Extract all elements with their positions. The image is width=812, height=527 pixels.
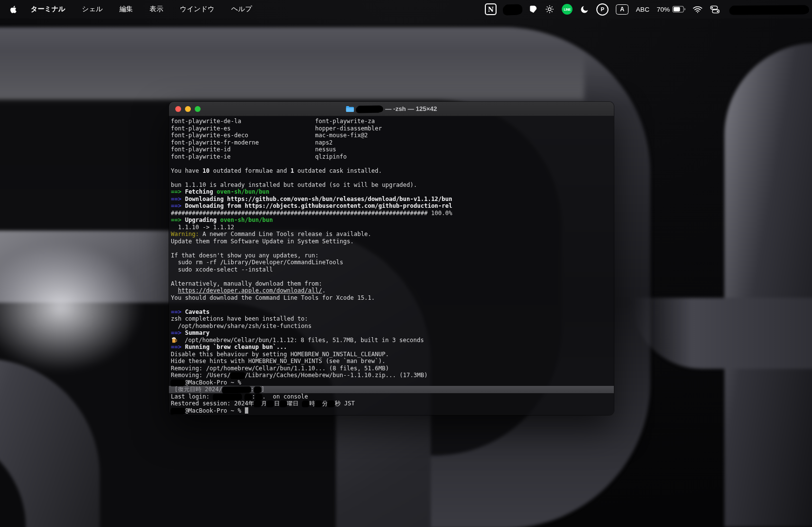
terminal-line: ==> Fetching oven-sh/bun/bun [171, 188, 612, 196]
menu-item[interactable]: 編集 [111, 5, 141, 14]
menu-item[interactable]: シェル [74, 5, 111, 14]
redacted-text [280, 400, 287, 406]
redacted-text [254, 400, 261, 406]
terminal-line: sudo rm -rf /Library/Developer/CommandLi… [171, 259, 612, 266]
terminal-line: /opt/homebrew/Cellar/bun/1.1.12: 8 files… [171, 337, 612, 344]
ime-abc-label[interactable]: ABC [636, 6, 649, 13]
redacted-text [171, 379, 185, 385]
username-redacted [357, 106, 382, 112]
datetime-redacted[interactable] [730, 5, 808, 14]
menu-bar: ターミナルシェル編集表示ウインドウヘルプ N LINE P A ABC 70% [0, 0, 812, 18]
window-title: — -zsh — 125×42 [169, 105, 614, 112]
terminal-line: zsh completions have been installed to: [171, 315, 612, 323]
terminal-line: ==> Downloading https://github.com/oven-… [171, 196, 612, 203]
terminal-line: ==> Running `brew cleanup bun`... [171, 344, 612, 351]
terminal-line: bun 1.1.10 is already installed but outd… [171, 182, 612, 189]
ime-input-icon[interactable]: A [616, 4, 628, 15]
terminal-line: Removing: /opt/homebrew/Cellar/bun/1.1.1… [171, 365, 612, 372]
terminal-line: 1.1.10 -> 1.1.12 [171, 224, 612, 231]
terminal-line: If that doesn't show you any updates, ru… [171, 252, 612, 259]
beer-mug-icon [171, 337, 178, 343]
terminal-line [171, 245, 612, 252]
p-letter: P [601, 6, 604, 12]
redacted-text [255, 393, 262, 399]
battery-icon [672, 6, 685, 13]
notion-icon[interactable]: N [485, 3, 497, 15]
terminal-line: Removing: /Users//Library/Caches/Homebre… [171, 372, 612, 379]
app-p-icon[interactable]: P [596, 3, 609, 16]
terminal-line: font-playwrite-es-deco mac-mouse-fix@2 [171, 132, 612, 139]
terminal-line: font-playwrite-fr-moderne naps2 [171, 139, 612, 146]
terminal-line: Hide these hints with HOMEBREW_NO_ENV_HI… [171, 358, 612, 365]
terminal-line: @MacBook-Pro ~ % [171, 379, 612, 386]
terminal-line: font-playwrite-es hopper-disassembler [171, 125, 612, 132]
terminal-line: @MacBook-Pro ~ % [171, 407, 612, 415]
terminal-line: https://developer.apple.com/download/all… [171, 287, 612, 294]
terminal-line: You have 10 outdated formulae and 1 outd… [171, 167, 612, 175]
redacted-text [302, 400, 309, 406]
menu-item[interactable]: ターミナル [22, 5, 74, 14]
terminal-line: Restored session: 2024年月日曜日 時分秒 JST [171, 400, 612, 407]
terminal-window[interactable]: — -zsh — 125×42 font-playwrite-de-la fon… [169, 102, 614, 415]
terminal-line: ==> Downloading from https://objects.git… [171, 202, 612, 210]
terminal-line [171, 160, 612, 167]
menu-items: ターミナルシェル編集表示ウインドウヘルプ [22, 5, 260, 14]
redacted-text [171, 407, 185, 413]
terminal-line: [復元日時 2024/:] [169, 386, 614, 393]
redacted-text [245, 393, 252, 399]
redacted-text [231, 372, 245, 378]
folder-icon [346, 106, 354, 112]
notion-letter: N [488, 6, 494, 13]
line-label: LINE [564, 8, 571, 11]
redacted-text [267, 400, 274, 406]
terminal-line: ==> Caveats [171, 309, 612, 316]
terminal-titlebar[interactable]: — -zsh — 125×42 [169, 102, 614, 116]
control-center-icon[interactable] [710, 5, 720, 14]
terminal-line: ==> Upgrading oven-sh/bun/bun [171, 217, 612, 224]
terminal-line: Disable this behaviour by setting HOMEBR… [171, 351, 612, 358]
redacted-text [328, 400, 335, 406]
terminal-line: font-playwrite-de-la font-playwrite-za [171, 118, 612, 125]
terminal-line: You should download the Command Line Too… [171, 294, 612, 302]
redacted-text [315, 400, 322, 406]
window-title-text: — -zsh — 125×42 [385, 105, 437, 112]
menu-item[interactable]: 表示 [141, 5, 171, 14]
minimize-button[interactable] [185, 106, 191, 112]
terminal-line: Warning: A newer Command Line Tools rele… [171, 231, 612, 238]
terminal-line [171, 301, 612, 309]
redacted-text [222, 386, 251, 393]
wifi-icon[interactable] [693, 6, 702, 13]
redacted-text [254, 386, 261, 392]
apple-menu-icon[interactable] [10, 5, 18, 14]
terminal-line: sudo xcode-select --install [171, 266, 612, 273]
redacted-app-icon[interactable] [504, 4, 522, 14]
redacted-text [213, 393, 241, 400]
menu-item[interactable]: ウインドウ [171, 5, 223, 14]
close-button[interactable] [175, 106, 181, 112]
terminal-output[interactable]: font-playwrite-de-la font-playwrite-zafo… [169, 116, 614, 415]
terminal-line: font-playwrite-id nessus [171, 146, 612, 153]
battery-status[interactable]: 70% [657, 6, 685, 13]
terminal-line: ==> Summary [171, 329, 612, 337]
terminal-line: ########################################… [171, 210, 612, 217]
terminal-line: Alternatively, manually download them fr… [171, 280, 612, 288]
menu-item[interactable]: ヘルプ [223, 5, 260, 14]
zoom-button[interactable] [195, 106, 201, 112]
ime-a-letter: A [620, 6, 625, 13]
terminal-line [171, 273, 612, 280]
terminal-line [171, 174, 612, 182]
terminal-line: Last login: :. on console [171, 393, 612, 400]
terminal-line: /opt/homebrew/share/zsh/site-functions [171, 323, 612, 330]
battery-percent: 70% [657, 6, 670, 13]
terminal-cursor [245, 407, 248, 414]
craft-app-icon[interactable] [529, 5, 537, 14]
terminal-line: font-playwrite-ie qlzipinfo [171, 153, 612, 161]
focus-moon-icon[interactable] [580, 5, 589, 14]
line-app-icon[interactable]: LINE [562, 4, 572, 15]
terminal-line: Update them from Software Update in Syst… [171, 238, 612, 245]
brightness-icon[interactable] [545, 4, 554, 14]
